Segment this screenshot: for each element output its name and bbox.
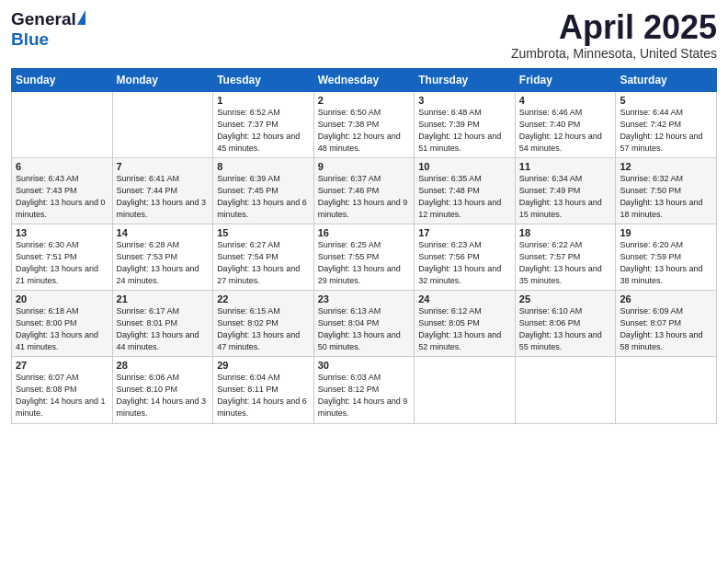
- day-info: Sunrise: 6:50 AMSunset: 7:38 PMDaylight:…: [318, 107, 411, 155]
- table-row: 12 Sunrise: 6:32 AMSunset: 7:50 PMDaylig…: [616, 157, 717, 224]
- calendar-week-row: 6 Sunrise: 6:43 AMSunset: 7:43 PMDayligh…: [12, 157, 717, 224]
- day-info: Sunrise: 6:22 AMSunset: 7:57 PMDaylight:…: [519, 239, 612, 287]
- day-number: 23: [318, 293, 411, 304]
- day-info: Sunrise: 6:39 AMSunset: 7:45 PMDaylight:…: [217, 173, 310, 221]
- col-friday: Friday: [515, 68, 616, 91]
- day-number: 24: [418, 293, 511, 304]
- calendar-week-row: 20 Sunrise: 6:18 AMSunset: 8:00 PMDaylig…: [12, 291, 717, 357]
- table-row: 30 Sunrise: 6:03 AMSunset: 8:12 PMDaylig…: [313, 357, 415, 423]
- day-info: Sunrise: 6:12 AMSunset: 8:05 PMDaylight:…: [418, 305, 511, 353]
- table-row: 6 Sunrise: 6:43 AMSunset: 7:43 PMDayligh…: [12, 157, 113, 224]
- day-info: Sunrise: 6:52 AMSunset: 7:37 PMDaylight:…: [217, 107, 310, 155]
- day-number: 27: [16, 360, 108, 371]
- table-row: 27 Sunrise: 6:07 AMSunset: 8:08 PMDaylig…: [12, 357, 113, 423]
- col-thursday: Thursday: [415, 68, 516, 91]
- day-number: 12: [620, 161, 712, 172]
- day-number: 2: [318, 95, 411, 106]
- table-row: [12, 91, 113, 157]
- day-number: 30: [318, 360, 411, 371]
- day-info: Sunrise: 6:10 AMSunset: 8:06 PMDaylight:…: [519, 305, 612, 353]
- day-info: Sunrise: 6:09 AMSunset: 8:07 PMDaylight:…: [620, 305, 712, 353]
- calendar-week-row: 13 Sunrise: 6:30 AMSunset: 7:51 PMDaylig…: [12, 224, 717, 290]
- day-info: Sunrise: 6:25 AMSunset: 7:55 PMDaylight:…: [318, 239, 411, 287]
- day-number: 14: [117, 227, 210, 238]
- table-row: 9 Sunrise: 6:37 AMSunset: 7:46 PMDayligh…: [313, 157, 415, 224]
- page-subtitle: Zumbrota, Minnesota, United States: [511, 46, 717, 61]
- day-info: Sunrise: 6:44 AMSunset: 7:42 PMDaylight:…: [620, 107, 712, 155]
- table-row: 16 Sunrise: 6:25 AMSunset: 7:55 PMDaylig…: [313, 224, 415, 290]
- day-number: 8: [217, 161, 310, 172]
- table-row: 5 Sunrise: 6:44 AMSunset: 7:42 PMDayligh…: [616, 91, 717, 157]
- col-wednesday: Wednesday: [313, 68, 415, 91]
- table-row: 4 Sunrise: 6:46 AMSunset: 7:40 PMDayligh…: [515, 91, 616, 157]
- calendar-header-row: Sunday Monday Tuesday Wednesday Thursday…: [12, 68, 717, 91]
- day-info: Sunrise: 6:13 AMSunset: 8:04 PMDaylight:…: [318, 305, 411, 353]
- day-info: Sunrise: 6:37 AMSunset: 7:46 PMDaylight:…: [318, 173, 411, 221]
- logo-blue: Blue: [11, 29, 49, 49]
- table-row: 13 Sunrise: 6:30 AMSunset: 7:51 PMDaylig…: [12, 224, 113, 290]
- day-info: Sunrise: 6:46 AMSunset: 7:40 PMDaylight:…: [519, 107, 612, 155]
- table-row: [515, 357, 616, 423]
- table-row: 21 Sunrise: 6:17 AMSunset: 8:01 PMDaylig…: [112, 291, 213, 357]
- day-number: 9: [318, 161, 411, 172]
- day-info: Sunrise: 6:48 AMSunset: 7:39 PMDaylight:…: [418, 107, 511, 155]
- table-row: 19 Sunrise: 6:20 AMSunset: 7:59 PMDaylig…: [616, 224, 717, 290]
- col-sunday: Sunday: [12, 68, 113, 91]
- table-row: [616, 357, 717, 423]
- day-number: 4: [519, 95, 612, 106]
- table-row: 17 Sunrise: 6:23 AMSunset: 7:56 PMDaylig…: [415, 224, 516, 290]
- day-info: Sunrise: 6:34 AMSunset: 7:49 PMDaylight:…: [519, 173, 612, 221]
- day-number: 7: [117, 161, 210, 172]
- day-number: 21: [117, 293, 210, 304]
- table-row: 20 Sunrise: 6:18 AMSunset: 8:00 PMDaylig…: [12, 291, 113, 357]
- day-info: Sunrise: 6:28 AMSunset: 7:53 PMDaylight:…: [117, 239, 210, 287]
- table-row: [112, 91, 213, 157]
- day-number: 25: [519, 293, 612, 304]
- table-row: 26 Sunrise: 6:09 AMSunset: 8:07 PMDaylig…: [616, 291, 717, 357]
- day-number: 18: [519, 227, 612, 238]
- col-monday: Monday: [112, 68, 213, 91]
- day-number: 22: [217, 293, 310, 304]
- day-number: 1: [217, 95, 310, 106]
- logo: General Blue: [11, 9, 85, 50]
- col-tuesday: Tuesday: [213, 68, 314, 91]
- table-row: 10 Sunrise: 6:35 AMSunset: 7:48 PMDaylig…: [415, 157, 516, 224]
- table-row: 2 Sunrise: 6:50 AMSunset: 7:38 PMDayligh…: [313, 91, 415, 157]
- day-number: 26: [620, 293, 712, 304]
- day-number: 15: [217, 227, 310, 238]
- day-number: 29: [217, 360, 310, 371]
- calendar-table: Sunday Monday Tuesday Wednesday Thursday…: [11, 68, 717, 424]
- day-number: 20: [16, 293, 108, 304]
- day-number: 10: [418, 161, 511, 172]
- calendar-week-row: 27 Sunrise: 6:07 AMSunset: 8:08 PMDaylig…: [12, 357, 717, 423]
- col-saturday: Saturday: [616, 68, 717, 91]
- table-row: 25 Sunrise: 6:10 AMSunset: 8:06 PMDaylig…: [515, 291, 616, 357]
- table-row: 7 Sunrise: 6:41 AMSunset: 7:44 PMDayligh…: [112, 157, 213, 224]
- day-number: 6: [16, 161, 108, 172]
- day-info: Sunrise: 6:15 AMSunset: 8:02 PMDaylight:…: [217, 305, 310, 353]
- page-title: April 2025: [511, 9, 717, 46]
- table-row: 22 Sunrise: 6:15 AMSunset: 8:02 PMDaylig…: [213, 291, 314, 357]
- day-info: Sunrise: 6:27 AMSunset: 7:54 PMDaylight:…: [217, 239, 310, 287]
- logo-general: General: [11, 9, 76, 29]
- table-row: 8 Sunrise: 6:39 AMSunset: 7:45 PMDayligh…: [213, 157, 314, 224]
- table-row: 29 Sunrise: 6:04 AMSunset: 8:11 PMDaylig…: [213, 357, 314, 423]
- day-number: 17: [418, 227, 511, 238]
- table-row: 23 Sunrise: 6:13 AMSunset: 8:04 PMDaylig…: [313, 291, 415, 357]
- day-info: Sunrise: 6:32 AMSunset: 7:50 PMDaylight:…: [620, 173, 712, 221]
- day-info: Sunrise: 6:04 AMSunset: 8:11 PMDaylight:…: [217, 372, 310, 419]
- table-row: 11 Sunrise: 6:34 AMSunset: 7:49 PMDaylig…: [515, 157, 616, 224]
- day-info: Sunrise: 6:18 AMSunset: 8:00 PMDaylight:…: [16, 305, 108, 353]
- day-info: Sunrise: 6:20 AMSunset: 7:59 PMDaylight:…: [620, 239, 712, 287]
- calendar-week-row: 1 Sunrise: 6:52 AMSunset: 7:37 PMDayligh…: [12, 91, 717, 157]
- table-row: [415, 357, 516, 423]
- day-number: 16: [318, 227, 411, 238]
- day-info: Sunrise: 6:17 AMSunset: 8:01 PMDaylight:…: [117, 305, 210, 353]
- day-number: 19: [620, 227, 712, 238]
- title-area: April 2025 Zumbrota, Minnesota, United S…: [511, 9, 717, 61]
- day-info: Sunrise: 6:30 AMSunset: 7:51 PMDaylight:…: [16, 239, 108, 287]
- logo-triangle-icon: [77, 10, 85, 25]
- day-number: 11: [519, 161, 612, 172]
- day-info: Sunrise: 6:41 AMSunset: 7:44 PMDaylight:…: [117, 173, 210, 221]
- day-info: Sunrise: 6:43 AMSunset: 7:43 PMDaylight:…: [16, 173, 108, 221]
